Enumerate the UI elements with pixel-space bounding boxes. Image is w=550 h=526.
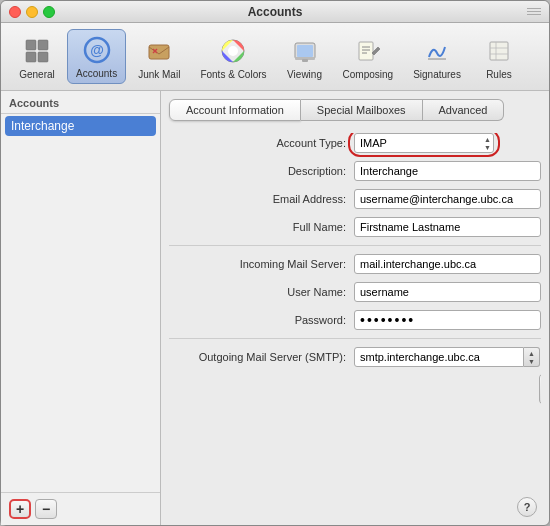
- account-type-highlight: IMAP POP Exchange ▲ ▼: [354, 133, 494, 153]
- right-panel: Account Information Special Mailboxes Ad…: [161, 91, 549, 525]
- svg-rect-14: [302, 59, 308, 62]
- resize-handle[interactable]: [527, 7, 541, 17]
- incoming-server-input[interactable]: [354, 254, 541, 274]
- fullname-label: Full Name:: [169, 221, 354, 233]
- toolbar-item-junkmail[interactable]: Junk Mail: [130, 31, 188, 84]
- server-settings-row: Server Settings...: [169, 373, 541, 405]
- tabs-bar: Account Information Special Mailboxes Ad…: [169, 99, 541, 121]
- svg-rect-1: [26, 52, 36, 62]
- username-label: User Name:: [169, 286, 354, 298]
- svg-rect-20: [490, 42, 508, 60]
- viewing-label: Viewing: [287, 69, 322, 80]
- svg-text:@: @: [90, 42, 104, 58]
- signatures-icon: [421, 35, 453, 67]
- account-type-select[interactable]: IMAP POP Exchange: [354, 133, 494, 153]
- signatures-label: Signatures: [413, 69, 461, 80]
- remove-account-button[interactable]: −: [35, 499, 57, 519]
- sidebar: Accounts Interchange + −: [1, 91, 161, 525]
- add-account-button[interactable]: +: [9, 499, 31, 519]
- toolbar-item-general[interactable]: General: [11, 31, 63, 84]
- close-button[interactable]: [9, 6, 21, 18]
- account-type-label: Account Type:: [169, 137, 354, 149]
- toolbar: General @ Accounts Junk Mail: [1, 23, 549, 91]
- description-label: Description:: [169, 165, 354, 177]
- tab-special-mailboxes[interactable]: Special Mailboxes: [301, 99, 423, 121]
- svg-rect-12: [297, 45, 313, 57]
- help-button[interactable]: ?: [517, 497, 537, 517]
- email-input[interactable]: [354, 189, 541, 209]
- sidebar-header: Accounts: [1, 91, 160, 114]
- svg-rect-3: [38, 52, 48, 62]
- password-label: Password:: [169, 314, 354, 326]
- fonts-colors-label: Fonts & Colors: [200, 69, 266, 80]
- username-row: User Name:: [169, 282, 541, 302]
- description-row: Description:: [169, 161, 541, 181]
- toolbar-item-rules[interactable]: Rules: [473, 31, 525, 84]
- account-type-container: IMAP POP Exchange ▲ ▼: [354, 133, 494, 153]
- viewing-icon: [289, 35, 321, 67]
- separator-1: [169, 245, 541, 246]
- smtp-label: Outgoing Mail Server (SMTP):: [169, 351, 354, 363]
- window-title: Accounts: [248, 5, 303, 19]
- sidebar-item-interchange[interactable]: Interchange: [5, 116, 156, 136]
- content-area: Accounts Interchange + − Account Informa…: [1, 91, 549, 525]
- svg-rect-2: [38, 40, 48, 50]
- email-label: Email Address:: [169, 193, 354, 205]
- account-type-row: Account Type: IMAP POP Exchange ▲ ▼: [169, 133, 541, 153]
- window-buttons: [9, 6, 55, 18]
- password-input[interactable]: [354, 310, 541, 330]
- toolbar-item-fonts-colors[interactable]: Fonts & Colors: [192, 31, 274, 84]
- accounts-icon: @: [81, 34, 113, 66]
- password-row: Password:: [169, 310, 541, 330]
- minimize-button[interactable]: [26, 6, 38, 18]
- fullname-row: Full Name:: [169, 217, 541, 237]
- username-input[interactable]: [354, 282, 541, 302]
- svg-point-10: [228, 46, 238, 56]
- rules-icon: [483, 35, 515, 67]
- tab-advanced[interactable]: Advanced: [423, 99, 505, 121]
- composing-icon: [352, 35, 384, 67]
- svg-rect-6: [149, 45, 169, 59]
- smtp-arrows-icon[interactable]: ▲ ▼: [524, 347, 540, 367]
- rules-label: Rules: [486, 69, 512, 80]
- tab-account-information[interactable]: Account Information: [169, 99, 301, 121]
- titlebar: Accounts: [1, 1, 549, 23]
- fullname-input[interactable]: [354, 217, 541, 237]
- maximize-button[interactable]: [43, 6, 55, 18]
- toolbar-item-accounts[interactable]: @ Accounts: [67, 29, 126, 84]
- svg-rect-0: [26, 40, 36, 50]
- composing-label: Composing: [343, 69, 394, 80]
- toolbar-item-signatures[interactable]: Signatures: [405, 31, 469, 84]
- email-row: Email Address:: [169, 189, 541, 209]
- incoming-server-label: Incoming Mail Server:: [169, 258, 354, 270]
- accounts-label: Accounts: [76, 68, 117, 79]
- general-label: General: [19, 69, 55, 80]
- toolbar-item-viewing[interactable]: Viewing: [279, 31, 331, 84]
- junkmail-label: Junk Mail: [138, 69, 180, 80]
- server-settings-button[interactable]: Server Settings...: [539, 373, 541, 405]
- description-input[interactable]: [354, 161, 541, 181]
- smtp-row: Outgoing Mail Server (SMTP): smtp.interc…: [169, 347, 541, 367]
- sidebar-list: Interchange: [1, 114, 160, 492]
- smtp-select-wrapper: smtp.interchange.ubc.ca ▲ ▼: [354, 347, 540, 367]
- junkmail-icon: [143, 35, 175, 67]
- smtp-select[interactable]: smtp.interchange.ubc.ca: [354, 347, 524, 367]
- svg-rect-15: [359, 42, 373, 60]
- fonts-colors-icon: [217, 35, 249, 67]
- sidebar-footer: + −: [1, 492, 160, 525]
- account-form: Account Type: IMAP POP Exchange ▲ ▼: [169, 133, 541, 517]
- toolbar-item-composing[interactable]: Composing: [335, 31, 402, 84]
- general-icon: [21, 35, 53, 67]
- main-window: Accounts General @: [0, 0, 550, 526]
- separator-2: [169, 338, 541, 339]
- incoming-server-row: Incoming Mail Server:: [169, 254, 541, 274]
